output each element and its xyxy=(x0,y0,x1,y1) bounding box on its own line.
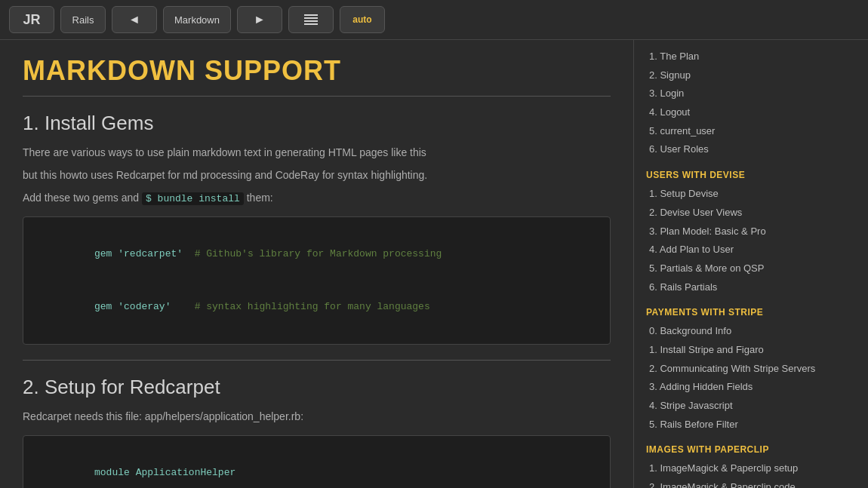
svg-rect-2 xyxy=(304,20,318,22)
sidebar-item-rails-before-filter[interactable]: 5. Rails Before Filter xyxy=(646,416,856,434)
sidebar-item-communicating-stripe[interactable]: 2. Communicating With Stripe Servers xyxy=(646,360,856,379)
sidebar-section-devise-title: USERS WITH DEVISE xyxy=(646,170,856,180)
logo-button[interactable]: JR xyxy=(9,6,54,33)
next-button[interactable]: ► xyxy=(237,6,282,33)
section-2-para-1: Redcarpet needs this file: app/helpers/a… xyxy=(23,408,611,426)
sidebar-item-logout[interactable]: 4. Logout xyxy=(646,103,856,122)
sidebar: 1. The Plan 2. Signup 3. Login 4. Logout… xyxy=(634,40,868,488)
sidebar-item-paperclip-code[interactable]: 2. ImageMagick & Paperclip code xyxy=(646,478,856,488)
sidebar-item-login[interactable]: 3. Login xyxy=(646,84,856,103)
sidebar-item-rails-partials[interactable]: 6. Rails Partials xyxy=(646,278,856,297)
sidebar-item-user-roles[interactable]: 6. User Roles xyxy=(646,140,856,159)
section-1-para-3: Add these two gems and $ bundle install … xyxy=(23,189,611,207)
section-1-para-3-after: them: xyxy=(247,192,273,204)
section-1-para-3-text: Add these two gems and xyxy=(23,192,139,204)
sidebar-section-stripe: 0. Background Info 1. Install Stripe and… xyxy=(646,322,856,434)
sidebar-item-add-plan[interactable]: 4. Add Plan to User xyxy=(646,241,856,259)
section-2-heading: 2. Setup for Redcarpet xyxy=(23,376,611,399)
page-title: MARKDOWN SUPPORT xyxy=(23,55,611,97)
content-panel: MARKDOWN SUPPORT 1. Install Gems There a… xyxy=(0,40,634,488)
section-1-heading: 1. Install Gems xyxy=(23,112,611,135)
sidebar-item-plan-model[interactable]: 3. Plan Model: Basic & Pro xyxy=(646,223,856,241)
code-line-1: gem 'redcarpet' # Github's library for M… xyxy=(35,228,598,281)
code-line-2: gem 'coderay' # syntax highlighting for … xyxy=(35,281,598,333)
section-1-para-1: There are various ways to use plain mark… xyxy=(23,144,611,162)
svg-rect-0 xyxy=(304,14,318,16)
sidebar-item-background-info[interactable]: 0. Background Info xyxy=(646,322,856,341)
toolbar: JR Rails ◄ Markdown ► auto xyxy=(0,0,868,40)
sidebar-item-devise-views[interactable]: 2. Devise User Views xyxy=(646,204,856,223)
code-block-gems: gem 'redcarpet' # Github's library for M… xyxy=(23,216,611,345)
sidebar-section-paperclip-title: IMAGES WITH PAPERCLIP xyxy=(646,444,856,455)
sidebar-item-current-user[interactable]: 5. current_user xyxy=(646,122,856,141)
list-button[interactable] xyxy=(288,6,334,33)
sidebar-item-paperclip-setup[interactable]: 1. ImageMagick & Paperclip setup xyxy=(646,459,856,478)
code-block-helper: module ApplicationHelper class CodeRayif… xyxy=(23,435,611,488)
markdown-button[interactable]: Markdown xyxy=(163,6,231,33)
sidebar-section-devise: 1. Setup Devise 2. Devise User Views 3. … xyxy=(646,185,856,296)
sidebar-item-install-stripe[interactable]: 1. Install Stripe and Figaro xyxy=(646,341,856,360)
main-area: MARKDOWN SUPPORT 1. Install Gems There a… xyxy=(0,40,868,488)
prev-button[interactable]: ◄ xyxy=(112,6,157,33)
sidebar-item-the-plan[interactable]: 1. The Plan xyxy=(646,48,856,66)
sidebar-ungrouped: 1. The Plan 2. Signup 3. Login 4. Logout… xyxy=(646,48,856,159)
section-1-para-2: but this howto uses Redcarpet for md pro… xyxy=(23,167,611,185)
sidebar-item-hidden-fields[interactable]: 3. Adding Hidden Fields xyxy=(646,378,856,397)
sidebar-item-stripe-js[interactable]: 4. Stripe Javascript xyxy=(646,397,856,416)
bundle-install-code: $ bundle install xyxy=(142,192,244,205)
sidebar-item-signup[interactable]: 2. Signup xyxy=(646,66,856,85)
svg-rect-3 xyxy=(304,23,318,25)
section-install-gems: 1. Install Gems There are various ways t… xyxy=(23,112,611,345)
code-line-module: module ApplicationHelper xyxy=(35,447,598,488)
sidebar-section-stripe-title: PAYMENTS WITH STRIPE xyxy=(646,307,856,318)
sidebar-section-paperclip: 1. ImageMagick & Paperclip setup 2. Imag… xyxy=(646,459,856,488)
section-setup-redcarpet: 2. Setup for Redcarpet Redcarpet needs t… xyxy=(23,376,611,488)
sidebar-item-partials-qsp[interactable]: 5. Partials & More on QSP xyxy=(646,259,856,278)
rails-button[interactable]: Rails xyxy=(60,6,106,33)
sidebar-item-setup-devise[interactable]: 1. Setup Devise xyxy=(646,185,856,204)
section-divider-1 xyxy=(23,360,611,361)
svg-rect-1 xyxy=(304,17,318,19)
auto-button[interactable]: auto xyxy=(340,6,385,33)
